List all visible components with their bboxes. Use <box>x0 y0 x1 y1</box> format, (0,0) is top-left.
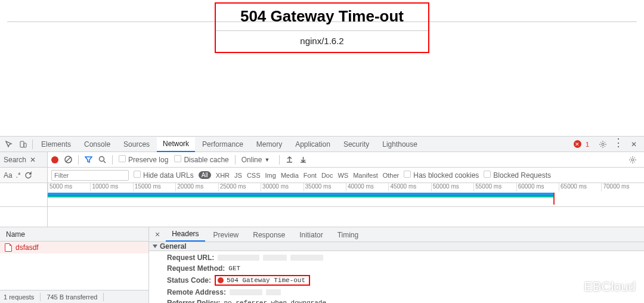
ruler-tick: 55000 ms <box>473 183 516 191</box>
request-list: Name dsfasdf 1 requests 745 B transferre… <box>0 227 149 303</box>
has-blocked-cookies-checkbox[interactable]: Has blocked cookies <box>404 171 479 180</box>
svg-rect-0 <box>20 141 24 147</box>
regex-toggle[interactable]: .* <box>16 171 21 180</box>
filter-input[interactable]: Filter <box>51 170 129 181</box>
status-code-label: Status Code: <box>167 276 211 285</box>
request-row[interactable]: dsfasdf <box>0 242 148 253</box>
search-icon[interactable] <box>98 156 106 163</box>
tab-performance[interactable]: Performance <box>196 137 249 152</box>
column-name-header[interactable]: Name <box>0 227 148 242</box>
request-method-label: Request Method: <box>167 264 225 273</box>
ruler-tick: 20000 ms <box>175 183 218 191</box>
search-options: Aa .* <box>0 168 48 183</box>
referrer-policy-label: Referrer Policy: <box>167 299 220 303</box>
ruler-tick: 70000 ms <box>601 183 643 191</box>
ruler-tick: 30000 ms <box>261 183 303 191</box>
request-details: × Headers Preview Response Initiator Tim… <box>149 227 644 303</box>
error-badge-icon[interactable]: ✕ <box>574 140 581 148</box>
error-server-version: nginx/1.6.2 <box>216 31 428 52</box>
type-media[interactable]: Media <box>281 172 299 179</box>
filter-row: Aa .* Filter Hide data URLs All XHR JS C… <box>0 168 644 183</box>
ruler-tick: 15000 ms <box>133 183 175 191</box>
tab-security[interactable]: Security <box>338 137 375 152</box>
tab-network[interactable]: Network <box>157 137 195 152</box>
ruler-tick: 5000 ms <box>48 183 90 191</box>
tab-console[interactable]: Console <box>78 137 116 152</box>
search-label: Search <box>4 156 26 164</box>
record-icon[interactable] <box>51 156 58 163</box>
svg-point-2 <box>602 143 604 146</box>
dtab-timing[interactable]: Timing <box>332 228 365 242</box>
type-manifest[interactable]: Manifest <box>353 172 378 179</box>
ruler-tick: 50000 ms <box>431 183 473 191</box>
type-ws[interactable]: WS <box>338 172 348 179</box>
tab-elements[interactable]: Elements <box>35 137 77 152</box>
dtab-headers[interactable]: Headers <box>166 227 205 242</box>
close-icon[interactable]: ✕ <box>627 138 640 151</box>
detail-tabs: × Headers Preview Response Initiator Tim… <box>149 227 644 242</box>
devtools-tabstrip: Elements Console Sources Network Perform… <box>0 137 644 152</box>
upload-har-icon[interactable] <box>286 156 293 163</box>
tab-sources[interactable]: Sources <box>117 137 156 152</box>
error-page-box: 504 Gateway Time-out nginx/1.6.2 <box>215 2 429 53</box>
type-js[interactable]: JS <box>234 172 242 179</box>
network-toolbar-row: Search ✕ Preserve log Disable cache Onli… <box>0 152 644 168</box>
tab-lighthouse[interactable]: Lighthouse <box>376 137 423 152</box>
hide-data-urls-checkbox[interactable]: Hide data URLs <box>134 171 194 180</box>
ruler-tick: 10000 ms <box>90 183 132 191</box>
preserve-log-checkbox[interactable]: Preserve log <box>119 155 168 164</box>
close-search-icon[interactable]: ✕ <box>30 156 36 164</box>
error-count[interactable]: 1 <box>586 141 589 148</box>
filter-bar: Filter Hide data URLs All XHR JS CSS Img… <box>48 168 644 183</box>
svg-line-6 <box>104 161 106 163</box>
type-font[interactable]: Font <box>304 172 317 179</box>
disable-cache-checkbox[interactable]: Disable cache <box>174 155 228 164</box>
status-bar: 1 requests 745 B transferred <box>0 290 148 303</box>
request-url-label: Request URL: <box>167 253 214 262</box>
general-kv: Request URL: Request Method: GET Status … <box>149 251 644 303</box>
tab-application[interactable]: Application <box>289 137 336 152</box>
stop-icon[interactable] <box>64 156 72 163</box>
dtab-preview[interactable]: Preview <box>208 228 245 242</box>
device-toolbar-icon[interactable] <box>17 138 30 151</box>
request-name: dsfasdf <box>16 243 39 252</box>
type-xhr[interactable]: XHR <box>216 172 230 179</box>
timeline-ruler[interactable]: 5000 ms10000 ms15000 ms20000 ms25000 ms3… <box>0 183 644 207</box>
redacted-value <box>290 255 323 261</box>
dtab-initiator[interactable]: Initiator <box>293 228 329 242</box>
type-img[interactable]: Img <box>265 172 276 179</box>
download-har-icon[interactable] <box>299 156 307 163</box>
redacted-value <box>218 255 259 261</box>
search-drawer: Search ✕ <box>0 152 48 167</box>
type-all-chip[interactable]: All <box>199 171 211 179</box>
network-settings-icon[interactable] <box>628 156 640 164</box>
timeline-bar <box>48 195 555 197</box>
gear-icon[interactable] <box>596 138 609 151</box>
filter-icon[interactable] <box>85 156 92 163</box>
remote-address-label: Remote Address: <box>167 288 226 296</box>
refresh-icon[interactable] <box>24 171 32 179</box>
type-doc[interactable]: Doc <box>321 172 333 179</box>
general-section-header[interactable]: General <box>149 242 644 251</box>
redacted-value <box>230 289 262 295</box>
match-case-toggle[interactable]: Aa <box>4 171 13 180</box>
blocked-requests-checkbox[interactable]: Blocked Requests <box>484 171 551 180</box>
redacted-value <box>266 289 281 295</box>
kebab-icon[interactable]: ⋮ <box>613 136 624 149</box>
close-details-icon[interactable]: × <box>151 230 163 239</box>
type-css[interactable]: CSS <box>247 172 261 179</box>
tab-memory[interactable]: Memory <box>250 137 288 152</box>
divider <box>32 140 33 149</box>
type-other[interactable]: Other <box>383 172 400 179</box>
inspect-icon[interactable] <box>2 138 16 151</box>
transferred-size: 745 B transferred <box>47 293 97 301</box>
ruler-tick: 35000 ms <box>304 183 346 191</box>
divider <box>78 155 79 165</box>
status-code-highlight: 504 Gateway Time-out <box>215 275 310 286</box>
disclosure-triangle-icon <box>153 245 157 248</box>
chevron-down-icon: ▼ <box>264 157 270 163</box>
dtab-response[interactable]: Response <box>247 228 291 242</box>
svg-point-5 <box>100 157 104 162</box>
divider <box>279 155 280 165</box>
throttle-select[interactable]: Online▼ <box>242 156 274 164</box>
